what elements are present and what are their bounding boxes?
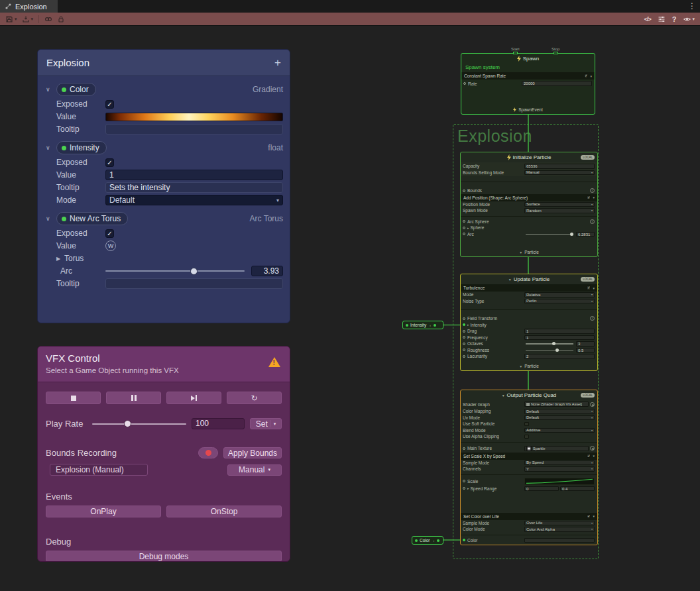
block-constant-spawn-rate[interactable]: Constant Spawn Rate ✓ ▾ <box>461 72 595 80</box>
block-turbulence[interactable]: Turbulence ✓ ▾ <box>461 284 597 292</box>
set-play-rate-button[interactable]: Set▾ <box>250 418 282 429</box>
value-input[interactable]: 1 <box>105 170 283 180</box>
input-port[interactable] <box>463 349 465 351</box>
exposed-checkbox[interactable]: ✓ <box>105 158 114 167</box>
record-bounds-button[interactable] <box>198 447 218 458</box>
blend-mode-dropdown[interactable]: Additive▾ <box>524 428 595 433</box>
foldout-icon[interactable]: ▸ <box>467 226 469 230</box>
position-mode-dropdown[interactable]: Surface▾ <box>524 202 595 207</box>
input-port[interactable] <box>463 447 465 450</box>
chevron-down-icon[interactable]: ▾ <box>31 17 34 22</box>
arc-field[interactable]: 6.2831 <box>576 232 595 237</box>
block-enabled-checkbox[interactable]: ✓ <box>587 195 591 200</box>
block-enabled-checkbox[interactable]: ✓ <box>587 514 591 519</box>
tooltip-input[interactable] <box>105 278 283 289</box>
input-port[interactable] <box>463 233 465 235</box>
roughness-field[interactable]: 0.5 <box>576 348 595 353</box>
output-port[interactable] <box>437 539 439 542</box>
input-port[interactable] <box>463 330 465 333</box>
input-port[interactable] <box>463 189 465 192</box>
space-badge[interactable]: LOCAL <box>581 393 595 398</box>
output-port[interactable] <box>434 324 436 327</box>
capacity-field[interactable]: 65536 <box>524 164 595 169</box>
scale-curve-field[interactable] <box>524 478 595 485</box>
input-port[interactable] <box>463 336 465 339</box>
input-port[interactable] <box>463 480 465 482</box>
input-port[interactable] <box>463 82 466 85</box>
property-pill[interactable]: Intensity <box>56 141 107 154</box>
parameter-node-intensity[interactable]: Intensity ‹ <box>402 321 443 329</box>
parameter-node-color[interactable]: Color ‹ <box>412 536 443 545</box>
frequency-field[interactable]: 1 <box>524 335 595 341</box>
uv-mode-dropdown[interactable]: Default▾ <box>524 415 595 421</box>
chevron-down-icon[interactable]: ∨ <box>46 86 56 93</box>
roughness-slider[interactable] <box>526 350 573 351</box>
arc-slider[interactable] <box>105 270 245 272</box>
soft-particle-checkbox[interactable] <box>524 422 529 427</box>
octaves-slider[interactable] <box>526 343 573 345</box>
octaves-field[interactable]: 3 <box>576 341 595 347</box>
input-port[interactable] <box>463 487 465 490</box>
tab-explosion[interactable]: Explosion <box>0 0 58 13</box>
save-as-button[interactable]: ▾ <box>20 13 36 25</box>
control-panel-button[interactable] <box>656 13 668 25</box>
spawn-context-node[interactable]: Start Stop Spawn Spawn system Constant S… <box>461 53 595 115</box>
output-context-node[interactable]: ▼ Output Particle Quad LOCAL Shader Grap… <box>460 390 598 545</box>
apply-bounds-button[interactable]: Apply Bounds <box>223 447 282 458</box>
play-rate-slider[interactable] <box>92 423 186 425</box>
tooltip-input[interactable] <box>105 124 283 134</box>
particle-out-label[interactable]: Particle <box>524 364 539 368</box>
initialize-context-node[interactable]: Initialize Particle LOCAL Capacity65536 … <box>460 152 598 257</box>
input-port-connected[interactable] <box>463 323 465 326</box>
attach-link-button[interactable] <box>42 13 54 25</box>
chevron-down-icon[interactable]: ▾ <box>593 195 595 199</box>
arc-slider[interactable] <box>526 234 573 235</box>
target-system-field[interactable]: Explosion (Manual) <box>50 464 148 476</box>
color-field[interactable] <box>524 538 595 543</box>
collapse-icon[interactable]: ‹ <box>430 323 431 327</box>
chevron-down-icon[interactable]: ▾ <box>593 514 595 518</box>
input-port[interactable] <box>463 343 465 345</box>
rate-field[interactable]: 20000 <box>522 81 592 86</box>
sample-mode-dropdown[interactable]: By Speed▾ <box>524 460 595 466</box>
save-button[interactable]: ▾ <box>3 13 19 25</box>
step-button[interactable] <box>166 392 221 404</box>
object-picker-icon[interactable] <box>590 402 595 407</box>
bounds-mode-dropdown[interactable]: Manual▾ <box>524 170 595 176</box>
drag-field[interactable]: 1 <box>524 329 595 334</box>
bounds-mode-button[interactable]: Manual▾ <box>227 464 282 476</box>
space-badge[interactable]: LOCAL <box>581 277 595 282</box>
color-mode-dropdown[interactable]: Color And Alpha▾ <box>524 527 595 532</box>
onplay-button[interactable]: OnPlay <box>46 506 161 517</box>
chevron-down-icon[interactable]: ▾ <box>270 420 276 427</box>
block-set-scale-by-speed[interactable]: Set Scale X by Speed ✓ ▾ <box>461 453 597 460</box>
foldout-icon[interactable]: ▶ <box>56 256 64 262</box>
input-port[interactable] <box>463 317 465 320</box>
lock-toggle-button[interactable] <box>55 13 67 25</box>
block-enabled-checkbox[interactable]: ✓ <box>587 454 591 458</box>
pause-button[interactable] <box>106 392 161 404</box>
property-pill[interactable]: Color <box>56 83 96 96</box>
shader-graph-object-field[interactable]: None (Shader Graph Vfx Asset) <box>524 402 589 407</box>
system-name-label[interactable]: Explosion <box>457 127 532 146</box>
color-mapping-dropdown[interactable]: Default▾ <box>524 409 595 414</box>
property-intensity[interactable]: ∨ Intensity float <box>38 140 290 155</box>
noise-type-dropdown[interactable]: Perlin▾ <box>524 299 595 304</box>
blackboard-header[interactable]: Explosion + <box>38 50 290 76</box>
property-color[interactable]: ∨ Color Gradient <box>38 82 290 97</box>
block-enabled-checkbox[interactable]: ✓ <box>587 286 591 290</box>
mode-dropdown[interactable]: Relative▾ <box>524 292 595 297</box>
mode-dropdown[interactable]: Default▾ <box>105 195 283 205</box>
chevron-down-icon[interactable]: ▾ <box>268 467 270 472</box>
exposed-checkbox[interactable]: ✓ <box>105 229 114 238</box>
input-port-connected[interactable] <box>463 539 465 541</box>
tooltip-input[interactable]: Sets the intensity <box>105 182 283 193</box>
chevron-down-icon[interactable]: ∨ <box>46 144 56 151</box>
chevron-down-icon[interactable]: ▾ <box>692 17 695 22</box>
speed-range-y-field[interactable]: 0.4 <box>560 486 595 492</box>
world-space-badge[interactable]: W <box>105 241 116 251</box>
input-port[interactable] <box>463 227 465 229</box>
play-rate-field[interactable]: 100 <box>192 418 245 429</box>
block-enabled-checkbox[interactable]: ✓ <box>584 74 589 78</box>
onstop-button[interactable]: OnStop <box>166 506 282 517</box>
